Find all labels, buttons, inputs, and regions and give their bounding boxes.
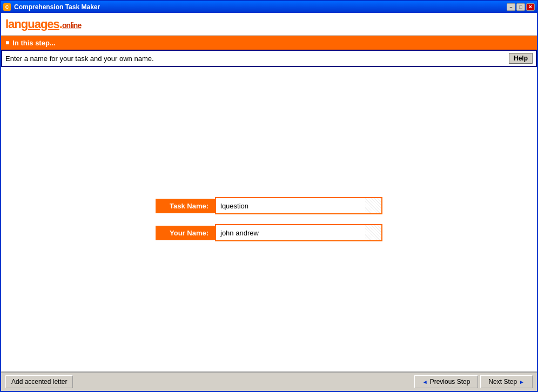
previous-step-button[interactable]: ◄ Previous Step [414, 375, 479, 388]
next-step-label: Next Step [488, 378, 517, 386]
help-button[interactable]: Help [509, 53, 533, 64]
your-name-input[interactable] [215, 224, 382, 241]
next-arrow-icon: ► [519, 379, 524, 385]
step-header: ■ In this step... [1, 36, 537, 50]
instruction-text: Enter a name for your task and your own … [5, 55, 154, 63]
form-area: Task Name: Your Name: [156, 197, 382, 241]
task-name-row: Task Name: [156, 197, 382, 214]
next-step-button[interactable]: Next Step ► [480, 375, 533, 388]
task-name-label: Task Name: [156, 199, 215, 213]
window-title: Comprehension Task Maker [14, 3, 100, 11]
logo-guages: guages [21, 17, 59, 31]
task-name-input[interactable] [215, 197, 382, 214]
app-icon: C [3, 3, 11, 11]
app-window: C Comprehension Task Maker – □ ✕ languag… [0, 0, 538, 392]
logo: languages.online [5, 17, 81, 31]
minimize-button[interactable]: – [507, 3, 515, 11]
your-name-row: Your Name: [156, 224, 382, 241]
logo-online: online [62, 21, 81, 30]
step-bullet: ■ [5, 39, 9, 46]
add-accent-button[interactable]: Add accented letter [5, 375, 73, 388]
title-bar-left: C Comprehension Task Maker [3, 3, 100, 11]
bottom-left: Add accented letter [5, 375, 73, 388]
main-content: Task Name: Your Name: [1, 67, 537, 371]
instruction-bar: Enter a name for your task and your own … [1, 50, 537, 67]
close-button[interactable]: ✕ [526, 3, 535, 11]
bottom-bar: Add accented letter ◄ Previous Step Next… [1, 371, 537, 391]
step-label: In this step... [12, 39, 55, 47]
maximize-button[interactable]: □ [516, 3, 525, 11]
logo-bar: languages.online [1, 13, 537, 36]
bottom-right: ◄ Previous Step Next Step ► [414, 375, 533, 388]
previous-step-label: Previous Step [430, 378, 470, 386]
prev-arrow-icon: ◄ [422, 379, 428, 385]
logo-lang: lan [5, 17, 21, 31]
title-bar: C Comprehension Task Maker – □ ✕ [1, 1, 537, 13]
window-controls: – □ ✕ [507, 3, 535, 11]
your-name-label: Your Name: [156, 226, 215, 240]
